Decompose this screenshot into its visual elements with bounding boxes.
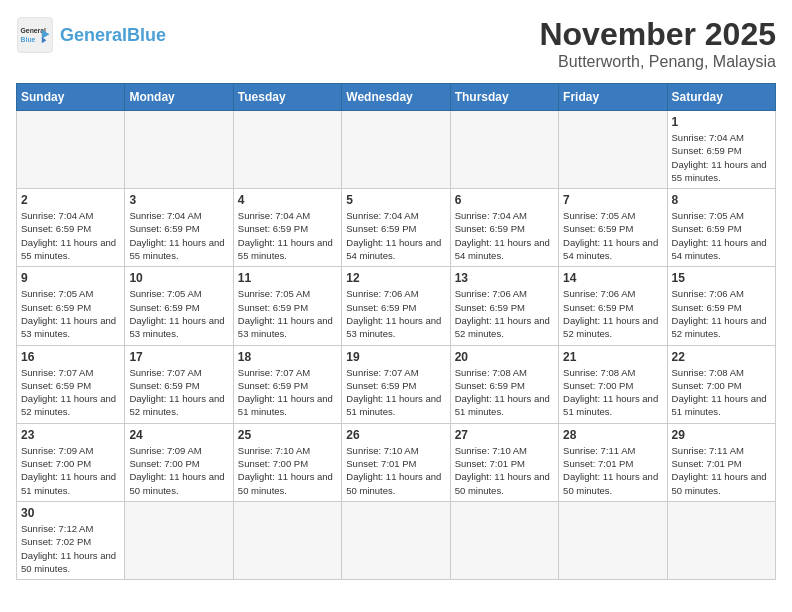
cell-info: Sunrise: 7:08 AMSunset: 6:59 PMDaylight:… (455, 366, 554, 419)
calendar-cell: 9Sunrise: 7:05 AMSunset: 6:59 PMDaylight… (17, 267, 125, 345)
calendar-cell: 22Sunrise: 7:08 AMSunset: 7:00 PMDayligh… (667, 345, 775, 423)
calendar-cell (233, 111, 341, 189)
calendar-cell: 8Sunrise: 7:05 AMSunset: 6:59 PMDaylight… (667, 189, 775, 267)
calendar-cell: 12Sunrise: 7:06 AMSunset: 6:59 PMDayligh… (342, 267, 450, 345)
calendar-cell (17, 111, 125, 189)
calendar-cell: 21Sunrise: 7:08 AMSunset: 7:00 PMDayligh… (559, 345, 667, 423)
calendar-cell (342, 501, 450, 579)
weekday-header-sunday: Sunday (17, 84, 125, 111)
cell-info: Sunrise: 7:08 AMSunset: 7:00 PMDaylight:… (672, 366, 771, 419)
calendar-cell: 24Sunrise: 7:09 AMSunset: 7:00 PMDayligh… (125, 423, 233, 501)
day-number: 18 (238, 350, 337, 364)
calendar-cell: 3Sunrise: 7:04 AMSunset: 6:59 PMDaylight… (125, 189, 233, 267)
day-number: 29 (672, 428, 771, 442)
day-number: 6 (455, 193, 554, 207)
cell-info: Sunrise: 7:04 AMSunset: 6:59 PMDaylight:… (21, 209, 120, 262)
cell-info: Sunrise: 7:07 AMSunset: 6:59 PMDaylight:… (238, 366, 337, 419)
logo: General Blue GeneralBlue (16, 16, 166, 54)
calendar-cell (125, 111, 233, 189)
cell-info: Sunrise: 7:12 AMSunset: 7:02 PMDaylight:… (21, 522, 120, 575)
cell-info: Sunrise: 7:06 AMSunset: 6:59 PMDaylight:… (563, 287, 662, 340)
day-number: 25 (238, 428, 337, 442)
calendar-cell (125, 501, 233, 579)
calendar-cell: 26Sunrise: 7:10 AMSunset: 7:01 PMDayligh… (342, 423, 450, 501)
title-area: November 2025 Butterworth, Penang, Malay… (539, 16, 776, 71)
cell-info: Sunrise: 7:06 AMSunset: 6:59 PMDaylight:… (672, 287, 771, 340)
cell-info: Sunrise: 7:08 AMSunset: 7:00 PMDaylight:… (563, 366, 662, 419)
calendar-cell (450, 501, 558, 579)
location-title: Butterworth, Penang, Malaysia (539, 53, 776, 71)
weekday-header-tuesday: Tuesday (233, 84, 341, 111)
month-title: November 2025 (539, 16, 776, 53)
day-number: 27 (455, 428, 554, 442)
weekday-header-wednesday: Wednesday (342, 84, 450, 111)
day-number: 20 (455, 350, 554, 364)
weekday-header-row: SundayMondayTuesdayWednesdayThursdayFrid… (17, 84, 776, 111)
calendar-cell: 19Sunrise: 7:07 AMSunset: 6:59 PMDayligh… (342, 345, 450, 423)
calendar-cell: 15Sunrise: 7:06 AMSunset: 6:59 PMDayligh… (667, 267, 775, 345)
calendar-cell: 4Sunrise: 7:04 AMSunset: 6:59 PMDaylight… (233, 189, 341, 267)
calendar-cell: 7Sunrise: 7:05 AMSunset: 6:59 PMDaylight… (559, 189, 667, 267)
calendar-cell: 25Sunrise: 7:10 AMSunset: 7:00 PMDayligh… (233, 423, 341, 501)
weekday-header-saturday: Saturday (667, 84, 775, 111)
cell-info: Sunrise: 7:06 AMSunset: 6:59 PMDaylight:… (346, 287, 445, 340)
logo-icon: General Blue (16, 16, 54, 54)
calendar-cell: 29Sunrise: 7:11 AMSunset: 7:01 PMDayligh… (667, 423, 775, 501)
day-number: 10 (129, 271, 228, 285)
calendar-cell: 6Sunrise: 7:04 AMSunset: 6:59 PMDaylight… (450, 189, 558, 267)
cell-info: Sunrise: 7:05 AMSunset: 6:59 PMDaylight:… (563, 209, 662, 262)
cell-info: Sunrise: 7:04 AMSunset: 6:59 PMDaylight:… (346, 209, 445, 262)
calendar-cell: 17Sunrise: 7:07 AMSunset: 6:59 PMDayligh… (125, 345, 233, 423)
week-row-5: 30Sunrise: 7:12 AMSunset: 7:02 PMDayligh… (17, 501, 776, 579)
cell-info: Sunrise: 7:10 AMSunset: 7:01 PMDaylight:… (346, 444, 445, 497)
calendar-cell: 13Sunrise: 7:06 AMSunset: 6:59 PMDayligh… (450, 267, 558, 345)
day-number: 12 (346, 271, 445, 285)
day-number: 1 (672, 115, 771, 129)
day-number: 28 (563, 428, 662, 442)
day-number: 7 (563, 193, 662, 207)
cell-info: Sunrise: 7:04 AMSunset: 6:59 PMDaylight:… (238, 209, 337, 262)
week-row-3: 16Sunrise: 7:07 AMSunset: 6:59 PMDayligh… (17, 345, 776, 423)
day-number: 22 (672, 350, 771, 364)
calendar-cell: 2Sunrise: 7:04 AMSunset: 6:59 PMDaylight… (17, 189, 125, 267)
cell-info: Sunrise: 7:07 AMSunset: 6:59 PMDaylight:… (21, 366, 120, 419)
calendar: SundayMondayTuesdayWednesdayThursdayFrid… (16, 83, 776, 580)
header: General Blue GeneralBlue November 2025 B… (16, 16, 776, 71)
cell-info: Sunrise: 7:10 AMSunset: 7:00 PMDaylight:… (238, 444, 337, 497)
day-number: 9 (21, 271, 120, 285)
week-row-2: 9Sunrise: 7:05 AMSunset: 6:59 PMDaylight… (17, 267, 776, 345)
day-number: 24 (129, 428, 228, 442)
calendar-cell (233, 501, 341, 579)
calendar-cell (450, 111, 558, 189)
day-number: 5 (346, 193, 445, 207)
week-row-0: 1Sunrise: 7:04 AMSunset: 6:59 PMDaylight… (17, 111, 776, 189)
day-number: 21 (563, 350, 662, 364)
calendar-cell (559, 501, 667, 579)
day-number: 26 (346, 428, 445, 442)
cell-info: Sunrise: 7:04 AMSunset: 6:59 PMDaylight:… (672, 131, 771, 184)
cell-info: Sunrise: 7:10 AMSunset: 7:01 PMDaylight:… (455, 444, 554, 497)
week-row-4: 23Sunrise: 7:09 AMSunset: 7:00 PMDayligh… (17, 423, 776, 501)
logo-text: GeneralBlue (60, 25, 166, 46)
calendar-cell: 28Sunrise: 7:11 AMSunset: 7:01 PMDayligh… (559, 423, 667, 501)
cell-info: Sunrise: 7:09 AMSunset: 7:00 PMDaylight:… (21, 444, 120, 497)
cell-info: Sunrise: 7:07 AMSunset: 6:59 PMDaylight:… (346, 366, 445, 419)
svg-text:Blue: Blue (21, 36, 36, 43)
calendar-cell: 14Sunrise: 7:06 AMSunset: 6:59 PMDayligh… (559, 267, 667, 345)
day-number: 16 (21, 350, 120, 364)
cell-info: Sunrise: 7:05 AMSunset: 6:59 PMDaylight:… (129, 287, 228, 340)
day-number: 2 (21, 193, 120, 207)
calendar-cell: 11Sunrise: 7:05 AMSunset: 6:59 PMDayligh… (233, 267, 341, 345)
cell-info: Sunrise: 7:04 AMSunset: 6:59 PMDaylight:… (129, 209, 228, 262)
cell-info: Sunrise: 7:09 AMSunset: 7:00 PMDaylight:… (129, 444, 228, 497)
day-number: 19 (346, 350, 445, 364)
calendar-cell: 20Sunrise: 7:08 AMSunset: 6:59 PMDayligh… (450, 345, 558, 423)
calendar-cell: 10Sunrise: 7:05 AMSunset: 6:59 PMDayligh… (125, 267, 233, 345)
weekday-header-thursday: Thursday (450, 84, 558, 111)
day-number: 14 (563, 271, 662, 285)
calendar-cell: 16Sunrise: 7:07 AMSunset: 6:59 PMDayligh… (17, 345, 125, 423)
calendar-cell: 5Sunrise: 7:04 AMSunset: 6:59 PMDaylight… (342, 189, 450, 267)
cell-info: Sunrise: 7:05 AMSunset: 6:59 PMDaylight:… (21, 287, 120, 340)
day-number: 15 (672, 271, 771, 285)
calendar-cell (342, 111, 450, 189)
